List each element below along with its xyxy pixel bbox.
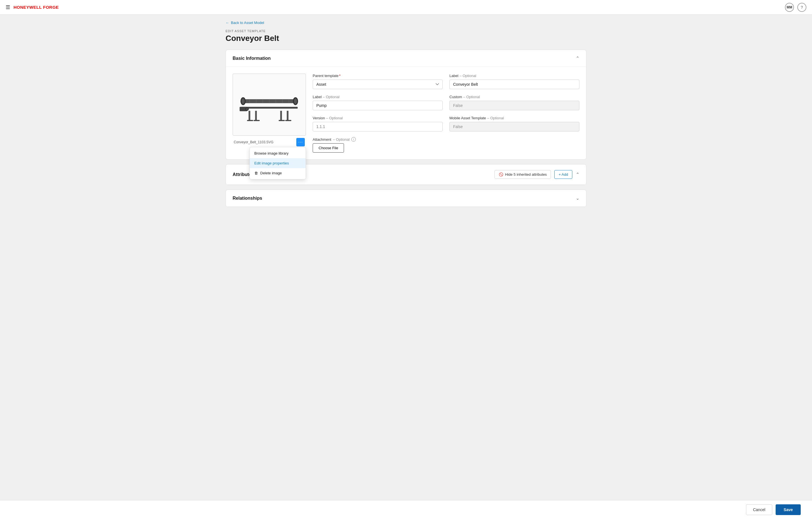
parent-template-field: Parent template* Asset bbox=[313, 74, 443, 89]
mobile-template-field: Mobile Asset Template– Optional bbox=[450, 116, 579, 132]
version-label: Version– Optional bbox=[313, 116, 443, 120]
image-options-dropdown: Browse image library Edit image properti… bbox=[250, 147, 306, 180]
relationships-header: Relationships ⌄ bbox=[226, 190, 586, 207]
image-container bbox=[233, 74, 306, 136]
custom-label: Custom– Optional bbox=[450, 95, 579, 99]
svg-rect-14 bbox=[254, 120, 260, 121]
app-header: ☰ HONEYWELL FORGE MM ? bbox=[0, 0, 812, 15]
header-right: MM ? bbox=[785, 3, 806, 12]
label2-input[interactable] bbox=[313, 101, 443, 110]
svg-rect-10 bbox=[255, 111, 257, 121]
svg-point-8 bbox=[246, 108, 248, 110]
header-left: ☰ HONEYWELL FORGE bbox=[6, 4, 59, 10]
version-field: Version– Optional bbox=[313, 116, 443, 132]
choose-file-button[interactable]: Choose File bbox=[313, 143, 344, 153]
svg-rect-15 bbox=[279, 120, 285, 121]
basic-info-title: Basic Information bbox=[233, 56, 271, 61]
label1-label: Label– Optional bbox=[450, 74, 579, 78]
basic-info-card: Basic Information ⌃ bbox=[226, 50, 586, 160]
image-panel: Conveyor_Belt_1103.SVG ··· Browse image … bbox=[233, 74, 306, 153]
relationships-title: Relationships bbox=[233, 196, 262, 201]
attachment-label-row: Attachment – Optional i bbox=[313, 137, 579, 142]
relationships-chevron-down[interactable]: ⌄ bbox=[576, 195, 579, 201]
svg-point-3 bbox=[242, 99, 245, 104]
hide-inherited-label: Hide 5 inherited attributes bbox=[505, 172, 547, 176]
mobile-input bbox=[450, 122, 579, 132]
label1-field: Label– Optional bbox=[450, 74, 579, 89]
basic-info-layout: Conveyor_Belt_1103.SVG ··· Browse image … bbox=[233, 74, 579, 153]
page-title: Conveyor Belt bbox=[226, 34, 586, 43]
edit-image-properties-item[interactable]: Edit image properties bbox=[250, 158, 306, 168]
fields-grid: Parent template* Asset Label– Optional bbox=[313, 74, 579, 153]
delete-image-item[interactable]: 🗑 Delete image bbox=[250, 168, 306, 178]
relationships-card: Relationships ⌄ bbox=[226, 190, 586, 207]
label2-field: Label– Optional bbox=[313, 95, 443, 110]
conveyor-belt-image bbox=[236, 77, 302, 132]
image-footer: Conveyor_Belt_1103.SVG ··· bbox=[233, 136, 306, 146]
page-container: ← Back to Asset Model EDIT ASSET TEMPLAT… bbox=[217, 15, 595, 234]
help-icon[interactable]: ? bbox=[798, 3, 806, 12]
custom-field: Custom– Optional bbox=[450, 95, 579, 110]
parent-template-select[interactable]: Asset bbox=[313, 80, 443, 89]
label2-label: Label– Optional bbox=[313, 95, 443, 99]
attributes-actions: 🚫 Hide 5 inherited attributes + Add ⌃ bbox=[495, 170, 579, 179]
svg-rect-13 bbox=[247, 120, 253, 121]
mobile-label: Mobile Asset Template– Optional bbox=[450, 116, 579, 120]
image-options-button[interactable]: ··· bbox=[296, 138, 305, 146]
page-subtitle: EDIT ASSET TEMPLATE bbox=[226, 29, 586, 33]
custom-input bbox=[450, 101, 579, 110]
label1-input[interactable] bbox=[450, 80, 579, 89]
delete-image-label: Delete image bbox=[260, 171, 282, 175]
attachment-field: Attachment – Optional i Choose File bbox=[313, 137, 579, 153]
hide-inherited-button[interactable]: 🚫 Hide 5 inherited attributes bbox=[495, 170, 551, 179]
svg-rect-12 bbox=[287, 111, 288, 121]
hamburger-icon[interactable]: ☰ bbox=[6, 4, 10, 10]
attributes-chevron-up[interactable]: ⌃ bbox=[576, 172, 579, 177]
back-link[interactable]: ← Back to Asset Model bbox=[226, 21, 264, 25]
back-arrow: ← bbox=[226, 21, 229, 25]
svg-rect-1 bbox=[241, 107, 297, 109]
back-link-label: Back to Asset Model bbox=[231, 21, 264, 25]
browse-library-item[interactable]: Browse image library bbox=[250, 148, 306, 158]
add-attribute-button[interactable]: + Add bbox=[554, 170, 572, 179]
svg-rect-9 bbox=[249, 111, 250, 121]
fields-panel: Parent template* Asset Label– Optional bbox=[313, 74, 579, 153]
version-input[interactable] bbox=[313, 122, 443, 132]
svg-rect-16 bbox=[285, 120, 291, 121]
svg-point-5 bbox=[294, 99, 297, 104]
delete-icon: 🗑 bbox=[254, 171, 258, 175]
attachment-label: Attachment bbox=[313, 137, 331, 142]
eye-off-icon: 🚫 bbox=[499, 172, 503, 176]
basic-info-header: Basic Information ⌃ bbox=[226, 50, 586, 67]
basic-info-body: Conveyor_Belt_1103.SVG ··· Browse image … bbox=[226, 67, 586, 159]
user-avatar[interactable]: MM bbox=[785, 3, 794, 12]
brand-logo: HONEYWELL FORGE bbox=[13, 5, 59, 9]
parent-template-label: Parent template* bbox=[313, 74, 443, 78]
attachment-info-icon[interactable]: i bbox=[351, 137, 356, 142]
add-label: + Add bbox=[558, 172, 568, 176]
attachment-optional: – Optional bbox=[333, 137, 350, 142]
svg-rect-11 bbox=[280, 111, 282, 121]
basic-info-chevron-up[interactable]: ⌃ bbox=[576, 56, 579, 61]
image-filename: Conveyor_Belt_1103.SVG bbox=[234, 140, 273, 144]
